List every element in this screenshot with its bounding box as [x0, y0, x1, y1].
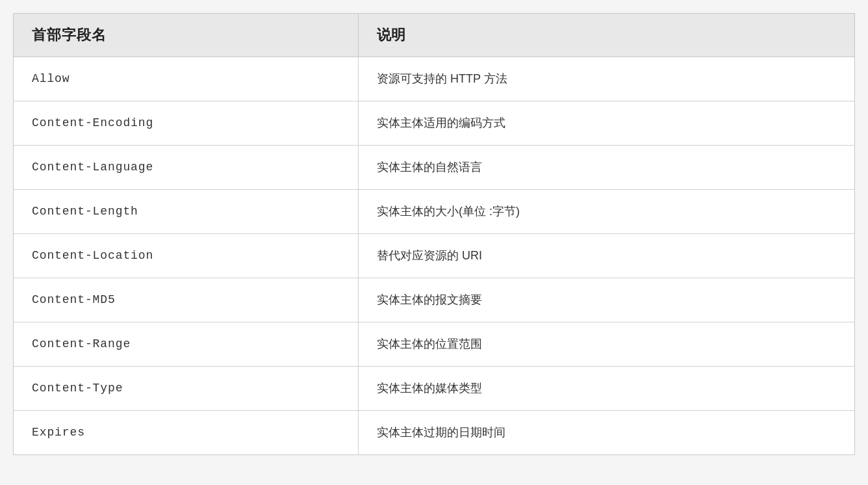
cell-field-name: Allow: [14, 57, 359, 101]
table-row: Allow资源可支持的 HTTP 方法: [14, 57, 854, 101]
table-row: Content-MD5实体主体的报文摘要: [14, 278, 854, 322]
col-header-name: 首部字段名: [14, 14, 359, 57]
table-row: Content-Language实体主体的自然语言: [14, 146, 854, 190]
table-row: Content-Range实体主体的位置范围: [14, 322, 854, 367]
cell-field-desc: 实体主体适用的编码方式: [359, 101, 854, 146]
http-headers-table: 首部字段名 说明 Allow资源可支持的 HTTP 方法Content-Enco…: [14, 14, 854, 454]
cell-field-desc: 实体主体的媒体类型: [359, 367, 854, 411]
cell-field-name: Content-Type: [14, 367, 359, 411]
cell-field-desc: 替代对应资源的 URI: [359, 234, 854, 278]
table-row: Content-Location替代对应资源的 URI: [14, 234, 854, 278]
cell-field-name: Content-Range: [14, 322, 359, 367]
cell-field-desc: 实体主体的位置范围: [359, 322, 854, 367]
table-row: Expires实体主体过期的日期时间: [14, 411, 854, 455]
table-row: Content-Length实体主体的大小(单位 :字节): [14, 190, 854, 234]
cell-field-name: Content-Location: [14, 234, 359, 278]
main-table-container: 首部字段名 说明 Allow资源可支持的 HTTP 方法Content-Enco…: [13, 13, 855, 455]
table-row: Content-Encoding实体主体适用的编码方式: [14, 101, 854, 146]
cell-field-desc: 实体主体过期的日期时间: [359, 411, 854, 455]
cell-field-desc: 实体主体的自然语言: [359, 146, 854, 190]
cell-field-desc: 实体主体的大小(单位 :字节): [359, 190, 854, 234]
table-header-row: 首部字段名 说明: [14, 14, 854, 57]
cell-field-name: Content-Encoding: [14, 101, 359, 146]
cell-field-name: Content-Language: [14, 146, 359, 190]
cell-field-name: Content-Length: [14, 190, 359, 234]
col-header-desc: 说明: [359, 14, 854, 57]
cell-field-desc: 资源可支持的 HTTP 方法: [359, 57, 854, 101]
cell-field-name: Content-MD5: [14, 278, 359, 322]
cell-field-desc: 实体主体的报文摘要: [359, 278, 854, 322]
table-row: Content-Type实体主体的媒体类型: [14, 367, 854, 411]
cell-field-name: Expires: [14, 411, 359, 455]
